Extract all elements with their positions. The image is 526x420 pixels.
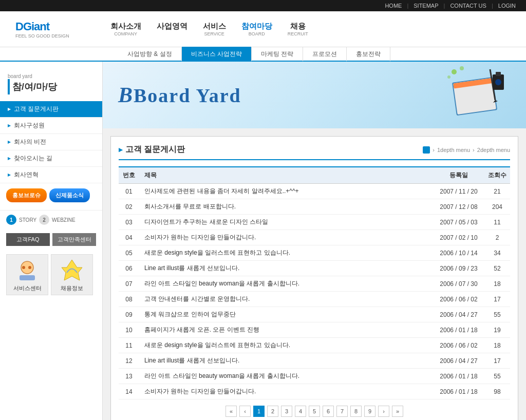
table-row[interactable]: 02 회사소개서를 무료로 배포합니다. 2007 / 12 / 08 204 — [119, 199, 510, 215]
cell-views: 34 — [484, 245, 510, 261]
col-header-title: 제목 — [139, 167, 433, 184]
svg-rect-1 — [20, 275, 35, 280]
board-table: 번호 제목 등록일 조회수 01 인사제도에 관련된 내용을 좀더 자세히 알려… — [119, 166, 510, 399]
sidebar-bar — [8, 79, 10, 94]
svg-point-15 — [495, 79, 501, 85]
page-first[interactable]: « — [226, 406, 237, 417]
cell-title[interactable]: 소비자가 원하는 디자인을 만들어갑니다. — [139, 230, 433, 245]
cell-title[interactable]: 새로운 design style을 일러스트에 표현하고 있습니다. — [139, 338, 433, 353]
cell-date: 2006 / 06 / 02 — [433, 292, 484, 307]
home-icon[interactable] — [423, 146, 430, 154]
nav-business[interactable]: 사업영역 — [157, 22, 187, 36]
sidebar-title: board yard 참/여/마/당 — [0, 69, 102, 99]
logo[interactable]: DGiant FEEL SO GOOD DESIGN — [15, 20, 69, 39]
table-row[interactable]: 11 새로운 design style을 일러스트에 표현하고 있습니다. 20… — [119, 338, 510, 353]
cell-title[interactable]: 회사소개서를 무료로 배포합니다. — [139, 199, 433, 215]
page-9[interactable]: 9 — [364, 406, 375, 417]
nav-company[interactable]: 회사소개 COMPANY — [110, 22, 141, 36]
cell-no: 11 — [119, 338, 139, 353]
page-next[interactable]: › — [378, 406, 389, 417]
cell-title[interactable]: 고객 안내센터를 시간별로 운영합니다. — [139, 292, 433, 307]
cell-title[interactable]: 인사제도에 관련된 내용을 좀더 자세히 알려주세요..+^^+ — [139, 184, 433, 199]
table-row[interactable]: 08 고객 안내센터를 시간별로 운영합니다. 2006 / 06 / 02 1… — [119, 292, 510, 307]
cell-title[interactable]: 통계 워크샵으로 인하여 업무중단 — [139, 307, 433, 322]
cell-title[interactable]: Line art illust를 새롭게 선보입니다. — [139, 353, 433, 369]
cell-views: 2 — [484, 230, 510, 245]
table-row[interactable]: 04 소비자가 원하는 디자인을 만들어갑니다. 2007 / 02 / 10 … — [119, 230, 510, 245]
top-nav-contact[interactable]: CONTACT US — [450, 3, 486, 9]
btn-faq[interactable]: 고객FAQ — [6, 233, 50, 246]
cell-title[interactable]: Line art illust를 새롭게 선보입니다. — [139, 261, 433, 276]
top-nav-home[interactable]: HOME — [385, 3, 402, 9]
table-row[interactable]: 14 소비자가 원하는 디자인을 만들어갑니다. 2006 / 01 / 18 … — [119, 384, 510, 399]
table-row[interactable]: 07 라인 아트 스타일인 beauty woman을 새롭게 출시합니다. 2… — [119, 276, 510, 292]
page-8[interactable]: 8 — [350, 406, 362, 417]
page-2[interactable]: 2 — [267, 406, 278, 417]
page-4[interactable]: 4 — [295, 406, 306, 417]
cell-no: 07 — [119, 276, 139, 292]
sidebar: board yard 참/여/마/당 고객 질문게시판 회사구성원 회사의 비전… — [0, 62, 103, 420]
page-prev[interactable]: ‹ — [239, 406, 251, 417]
sidebar-recruit-box[interactable]: 채용정보 — [51, 254, 93, 295]
table-row[interactable]: 01 인사제도에 관련된 내용을 좀더 자세히 알려주세요..+^^+ 2007… — [119, 184, 510, 199]
cell-date: 2007 / 02 / 10 — [433, 230, 484, 245]
table-row[interactable]: 12 Line art illust를 새롭게 선보입니다. 2006 / 04… — [119, 353, 510, 369]
cell-title[interactable]: 라인 아트 스타일인 beauty woman을 새롭게 출시합니다. — [139, 276, 433, 292]
cell-title[interactable]: 홈페이지가 새롭게 오픈. 오픈 이벤트 진행 — [139, 322, 433, 338]
table-row[interactable]: 09 통계 워크샵으로 인하여 업무중단 2006 / 04 / 27 55 — [119, 307, 510, 322]
cell-views: 18 — [484, 338, 510, 353]
main-panel: BBoard Yard — [103, 62, 526, 420]
cell-date: 2006 / 01 / 18 — [433, 369, 484, 384]
cell-title[interactable]: 디자이언트가 추구하는 새로운 디자인 스타일 — [139, 215, 433, 230]
sidebar-item-vision[interactable]: 회사의 비전 — [0, 134, 102, 150]
page-5[interactable]: 5 — [309, 406, 320, 417]
sidebar-images: 서비스센터 채용정보 — [0, 250, 102, 299]
cell-title[interactable]: 소비자가 원하는 디자인을 만들어갑니다. — [139, 384, 433, 399]
cell-no: 03 — [119, 215, 139, 230]
cell-no: 14 — [119, 384, 139, 399]
cell-title[interactable]: 라인 아트 스타일인 beauty woman을 새롭게 출시합니다. — [139, 369, 433, 384]
cell-date: 2007 / 11 / 20 — [433, 184, 484, 199]
page-1[interactable]: 1 — [253, 406, 265, 417]
sub-nav-3[interactable]: 프로모션 — [303, 47, 347, 61]
board-yard-label: board yard — [8, 73, 95, 79]
table-row[interactable]: 06 Line art illust를 새롭게 선보입니다. 2006 / 09… — [119, 261, 510, 276]
story-num-2: 2 — [39, 215, 49, 225]
story-label: STORY — [19, 217, 36, 223]
btn-brochure[interactable]: 홍보브로슈 — [6, 188, 47, 202]
sidebar-item-history[interactable]: 회사연혁 — [0, 167, 102, 183]
table-row[interactable]: 03 디자이언트가 추구하는 새로운 디자인 스타일 2007 / 05 / 0… — [119, 215, 510, 230]
table-row[interactable]: 05 새로운 design style을 일러스트에 표현하고 있습니다. 20… — [119, 245, 510, 261]
service-icon — [14, 257, 40, 283]
sub-nav-0[interactable]: 사업방향 & 설정 — [118, 47, 182, 61]
table-row[interactable]: 13 라인 아트 스타일인 beauty woman을 새롭게 출시합니다. 2… — [119, 369, 510, 384]
nav-recruit[interactable]: 채용 RECRUIT — [288, 22, 308, 36]
sidebar-item-faq[interactable]: 고객 질문게시판 — [0, 101, 102, 118]
svg-point-7 — [447, 75, 450, 79]
cell-title[interactable]: 새로운 design style을 일러스트에 표현하고 있습니다. — [139, 245, 433, 261]
btn-new-product[interactable]: 신제품소식 — [49, 188, 90, 202]
page-6[interactable]: 6 — [323, 406, 334, 417]
page-7[interactable]: 7 — [336, 406, 348, 417]
sidebar-service-box[interactable]: 서비스센터 — [6, 254, 48, 295]
cell-date: 2006 / 04 / 27 — [433, 353, 484, 369]
col-header-date: 등록일 — [433, 167, 484, 184]
cell-date: 2006 / 06 / 02 — [433, 338, 484, 353]
sub-nav-2[interactable]: 마케팅 전략 — [252, 47, 303, 61]
sub-nav-1[interactable]: 비즈니스 사업전략 — [182, 47, 252, 61]
sidebar-item-members[interactable]: 회사구성원 — [0, 118, 102, 134]
btn-satisfy[interactable]: 고객만족센터 — [52, 233, 96, 246]
nav-community[interactable]: 참여마당 BOARD — [241, 22, 272, 36]
sidebar-item-directions[interactable]: 찾아오시는 길 — [0, 150, 102, 167]
page-last[interactable]: » — [392, 406, 403, 417]
page-3[interactable]: 3 — [281, 406, 292, 417]
recruit-icon — [59, 257, 85, 283]
nav-service[interactable]: 서비스 SERVICE — [203, 22, 226, 36]
sub-nav-4[interactable]: 홍보전략 — [347, 47, 390, 61]
top-bar: HOME | SITEMAP | CONTACT US | LOGIN — [0, 0, 526, 11]
top-nav-login[interactable]: LOGIN — [498, 3, 516, 9]
cell-no: 09 — [119, 307, 139, 322]
banner-title: BBoard Yard — [118, 83, 241, 107]
table-row[interactable]: 10 홈페이지가 새롭게 오픈. 오픈 이벤트 진행 2006 / 01 / 1… — [119, 322, 510, 338]
top-nav-sitemap[interactable]: SITEMAP — [414, 3, 438, 9]
